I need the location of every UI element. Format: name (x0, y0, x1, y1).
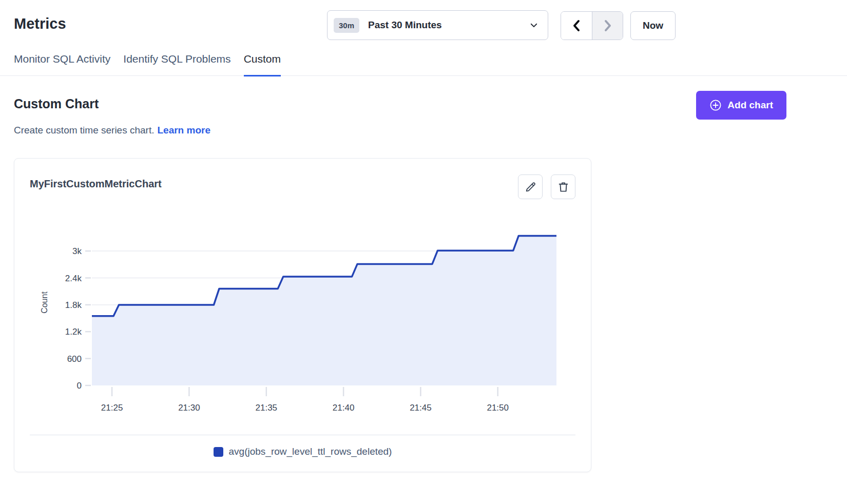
page-title: Metrics (14, 15, 66, 32)
metrics-tabs: Monitor SQL Activity Identify SQL Proble… (0, 53, 847, 76)
section-title: Custom Chart (14, 96, 99, 111)
svg-text:600: 600 (67, 354, 82, 364)
svg-text:3k: 3k (72, 246, 82, 256)
tab-custom[interactable]: Custom (244, 53, 281, 76)
custom-chart-canvas[interactable]: 06001.2k1.8k2.4k3k21:2521:3021:3521:4021… (14, 216, 579, 419)
svg-text:1.8k: 1.8k (65, 300, 82, 310)
edit-chart-button[interactable] (518, 175, 543, 199)
time-range-dropdown[interactable]: 30m Past 30 Minutes (327, 10, 548, 40)
svg-text:21:35: 21:35 (256, 403, 278, 413)
delete-chart-button[interactable] (551, 175, 575, 199)
chart-legend: avg(jobs_row_level_ttl_rows_deleted) (14, 446, 591, 457)
chevron-right-icon (602, 19, 613, 32)
section-description: Create custom time series chart.Learn mo… (14, 125, 210, 136)
svg-text:1.2k: 1.2k (65, 327, 82, 337)
chevron-left-icon (571, 19, 582, 32)
previous-interval-button[interactable] (561, 12, 592, 40)
time-step-control (561, 11, 623, 40)
svg-text:Count: Count (40, 292, 49, 314)
time-range-label: Past 30 Minutes (368, 20, 529, 31)
svg-text:21:50: 21:50 (487, 403, 509, 413)
add-chart-label: Add chart (727, 100, 773, 111)
description-text: Create custom time series chart. (14, 125, 154, 135)
chart-title: MyFirstCustomMetricChart (30, 178, 162, 190)
chevron-down-icon (529, 21, 538, 30)
custom-chart-card: MyFirstCustomMetricChart 06001.2k1.8k2.4… (14, 158, 591, 472)
svg-text:21:25: 21:25 (101, 403, 123, 413)
svg-text:21:45: 21:45 (410, 403, 432, 413)
trash-icon (557, 181, 570, 193)
card-divider (30, 435, 575, 435)
svg-text:2.4k: 2.4k (65, 274, 82, 283)
metrics-page: Metrics 30m Past 30 Minutes Now Monitor … (0, 0, 847, 504)
plus-circle-icon (709, 99, 722, 111)
svg-text:0: 0 (77, 381, 82, 391)
legend-label: avg(jobs_row_level_ttl_rows_deleted) (229, 446, 392, 457)
svg-text:21:40: 21:40 (333, 403, 355, 413)
time-range-badge: 30m (334, 18, 359, 33)
legend-swatch (214, 447, 223, 457)
now-button[interactable]: Now (630, 11, 676, 40)
tab-identify-sql-problems[interactable]: Identify SQL Problems (123, 53, 230, 75)
pencil-icon (524, 181, 537, 193)
svg-text:21:30: 21:30 (178, 403, 200, 413)
next-interval-button[interactable] (592, 12, 623, 40)
tab-monitor-sql-activity[interactable]: Monitor SQL Activity (14, 53, 110, 75)
add-chart-button[interactable]: Add chart (696, 91, 786, 120)
learn-more-link[interactable]: Learn more (157, 125, 210, 135)
